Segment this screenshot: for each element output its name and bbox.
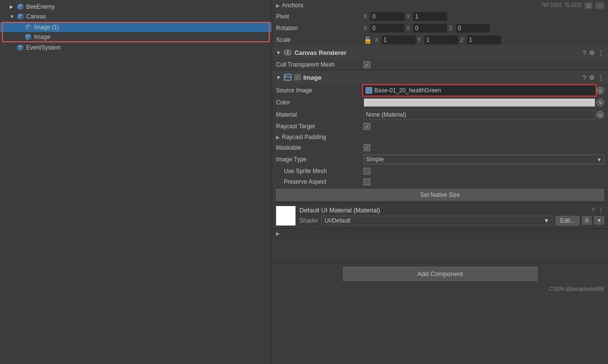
canvas-renderer-section: ▼ Canvas Renderer ? ⚙ ⋮ Cull Transparent… xyxy=(272,46,608,70)
svg-point-21 xyxy=(286,52,289,54)
add-component-button[interactable]: Add Component xyxy=(343,267,538,281)
material-label: Material xyxy=(276,111,364,118)
hierarchy-item-label: Image (1) xyxy=(34,24,59,31)
shader-value: UI/Default xyxy=(325,217,350,224)
image-component-collapse[interactable]: ▼ xyxy=(276,75,281,80)
source-image-value: Base-01_20_healthGreen xyxy=(374,87,593,94)
dropdown-arrow-icon: ▼ xyxy=(597,157,602,162)
preserve-aspect-label: Preserve Aspect xyxy=(276,178,364,185)
hierarchy-item-bee-enemy[interactable]: ▶ BeeEnemy xyxy=(0,2,272,12)
use-sprite-mesh-row: Use Sprite Mesh xyxy=(272,166,608,176)
hierarchy-item-label: Canvas xyxy=(26,13,46,20)
pivot-x-input[interactable] xyxy=(370,12,404,21)
scale-z-input[interactable] xyxy=(467,35,501,44)
color-label: Color xyxy=(276,99,364,106)
rotation-value: X Y Z xyxy=(364,24,604,33)
image-type-label: Image Type xyxy=(276,156,364,163)
dropdown-icon[interactable]: ▼ xyxy=(594,216,604,225)
settings-icon[interactable]: ⚙ xyxy=(589,74,595,81)
maskable-checkbox[interactable] xyxy=(364,144,370,151)
hierarchy-item-label: EventSystem xyxy=(26,44,61,51)
more-icon[interactable]: ⋮ xyxy=(598,49,604,56)
color-swatch[interactable] xyxy=(364,98,595,107)
source-image-picker-btn[interactable]: ◎ xyxy=(596,87,604,94)
help-icon[interactable]: ? xyxy=(583,49,586,56)
set-native-size-button[interactable]: Set Native Size xyxy=(276,189,604,201)
image-type-dropdown[interactable]: Simple ▼ xyxy=(364,155,604,164)
color-row: Color ✎ xyxy=(272,97,608,108)
watermark: CSDN @jiangdaxia886 xyxy=(272,285,608,293)
cube-icon xyxy=(24,23,32,31)
rotation-z-input[interactable] xyxy=(456,24,490,33)
scale-y-input[interactable] xyxy=(424,35,458,44)
anchors-label: Anchors xyxy=(282,2,303,9)
hierarchy-item-image[interactable]: Image xyxy=(0,32,272,42)
raycast-target-label: Raycast Target xyxy=(276,123,364,130)
shader-dropdown[interactable]: UI/Default ▼ xyxy=(321,216,553,225)
image-component-header: ▼ Image ? ⚙ ⋮ xyxy=(272,70,608,84)
material-row: Material None (Material) ◎ xyxy=(272,108,608,121)
expand-arrow xyxy=(10,45,17,50)
help-icon[interactable]: ? xyxy=(591,207,595,214)
image-type-row: Image Type Simple ▼ xyxy=(272,153,608,166)
add-component-bar: Add Component xyxy=(272,262,608,285)
settings-icon[interactable]: ⚙ xyxy=(589,49,595,56)
shader-label: Shader xyxy=(299,217,318,224)
raycast-target-row: Raycast Target xyxy=(272,121,608,132)
set-native-size-row: Set Native Size xyxy=(272,187,608,203)
image-component-title: Image xyxy=(303,74,322,81)
default-material-section: Default UI Material (Material) ? ⋮ Shade… xyxy=(272,203,608,229)
material-info: Default UI Material (Material) ? ⋮ Shade… xyxy=(299,207,604,225)
hierarchy-item-image1[interactable]: Image (1) xyxy=(0,22,272,32)
material-field: None (Material) ◎ xyxy=(364,110,604,120)
anchors-arrow[interactable]: ▶ xyxy=(276,3,280,8)
help-icon[interactable]: ? xyxy=(583,74,586,81)
list-icon[interactable]: ☰ xyxy=(582,216,591,225)
hierarchy-item-label: Image xyxy=(34,34,50,40)
shader-row: Shader UI/Default ▼ Edit... ☰ ▼ xyxy=(299,216,604,225)
more-icon[interactable]: ⋮ xyxy=(598,74,604,81)
material-expand-arrow[interactable]: ▶ xyxy=(276,231,280,236)
canvas-renderer-collapse[interactable]: ▼ xyxy=(276,50,281,55)
cull-transparent-checkbox[interactable] xyxy=(364,61,370,68)
anchor-settings-btn[interactable]: ⊟ xyxy=(585,2,592,9)
material-input[interactable]: None (Material) xyxy=(364,110,595,120)
hierarchy-item-event-system[interactable]: EventSystem xyxy=(0,43,272,52)
source-image-label: Source Image xyxy=(276,87,364,94)
scale-row: Scale 🔒 X Y Z xyxy=(272,34,608,46)
rotation-y-input[interactable] xyxy=(413,24,447,33)
cull-transparent-row: Cull Transparent Mesh xyxy=(272,59,608,70)
pivot-y-input[interactable] xyxy=(413,12,447,21)
rotation-x-input[interactable] xyxy=(370,24,404,33)
raycast-padding-row: ▶ Raycast Padding xyxy=(272,132,608,142)
image-type-select[interactable]: Simple ▼ xyxy=(364,155,604,164)
set-native-size-area: Set Native Size xyxy=(276,189,604,201)
inspector-panel: ▶ Anchors 797.5333 75.2222 ⊟ ⋮ Pivot X Y… xyxy=(272,0,608,364)
source-image-input[interactable]: Base-01_20_healthGreen xyxy=(364,86,595,95)
cube-icon xyxy=(24,33,32,41)
expand-arrow xyxy=(17,25,24,30)
source-image-field: Base-01_20_healthGreen ◎ xyxy=(364,86,604,95)
raycast-padding-arrow[interactable]: ▶ xyxy=(276,135,280,140)
material-picker-btn[interactable]: ◎ xyxy=(596,111,604,119)
use-sprite-mesh-label: Use Sprite Mesh xyxy=(276,168,364,174)
edit-shader-button[interactable]: Edit... xyxy=(556,216,579,225)
hierarchy-panel: ▶ BeeEnemy ▼ Canvas Image (1) Image xyxy=(0,0,272,364)
material-value: None (Material) xyxy=(366,111,406,118)
canvas-renderer-title: Canvas Renderer xyxy=(295,49,347,56)
image-component-icon xyxy=(284,73,292,81)
more-icon[interactable]: ⋮ xyxy=(598,207,604,214)
preserve-aspect-checkbox[interactable] xyxy=(364,178,370,185)
anchor-more-btn[interactable]: ⋮ xyxy=(595,2,604,9)
pivot-label: Pivot xyxy=(276,13,364,20)
image-component-enable-checkbox[interactable] xyxy=(295,74,300,80)
pivot-row: Pivot X Y xyxy=(272,11,608,22)
use-sprite-mesh-checkbox[interactable] xyxy=(364,168,370,174)
cube-icon xyxy=(17,44,24,52)
raycast-target-checkbox[interactable] xyxy=(364,123,370,130)
color-picker-btn[interactable]: ✎ xyxy=(596,99,604,106)
hierarchy-item-canvas[interactable]: ▼ Canvas xyxy=(0,12,272,21)
cube-icon xyxy=(17,13,24,20)
anchors-row: ▶ Anchors 797.5333 75.2222 ⊟ ⋮ xyxy=(272,0,608,11)
scale-x-input[interactable] xyxy=(382,35,416,44)
